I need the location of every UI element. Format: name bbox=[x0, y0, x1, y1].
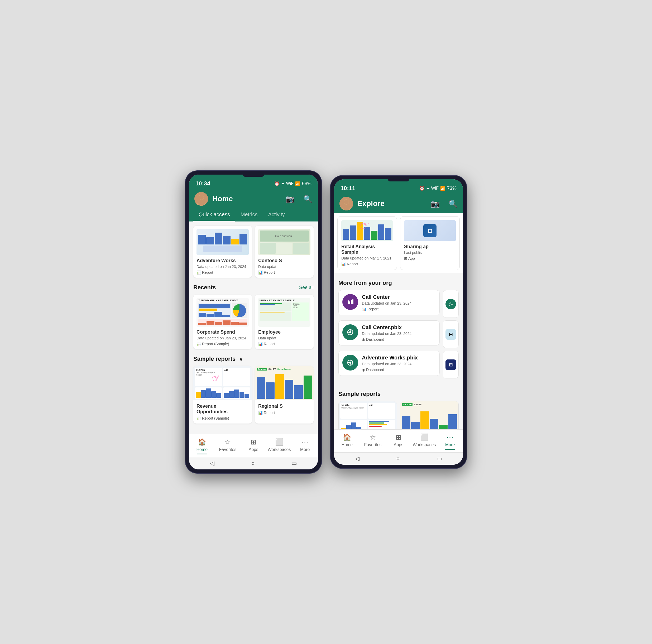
card-thumbnail-1 bbox=[196, 229, 249, 255]
sample-type-2: 📊 Report bbox=[258, 411, 310, 415]
card-thumbnail-2: Ask a question... bbox=[258, 229, 310, 255]
org-subtitle-3: Data updated on Jan 23, 2024 bbox=[362, 362, 436, 366]
camera-icon[interactable]: 📷 bbox=[286, 195, 295, 203]
dashboard-icon-org2: ◉ bbox=[362, 337, 365, 341]
explore-header: Explore 📷 🔍 bbox=[334, 194, 463, 213]
card-subtitle-2: Data updat bbox=[258, 264, 310, 269]
recent-subtitle-1: Data updated on Jan 23, 2024 bbox=[196, 336, 249, 340]
nav-favorites-label: Favorites bbox=[219, 447, 236, 452]
sys-home[interactable]: ○ bbox=[251, 460, 254, 467]
explore-nav-apps[interactable]: ⊞ Apps bbox=[386, 432, 411, 451]
sys-back[interactable]: ◁ bbox=[210, 460, 214, 467]
org-subtitle-2: Data updated on Jan 23, 2024 bbox=[362, 332, 436, 336]
org-card-info-1: Call Center Data updated on Jan 23, 2024… bbox=[362, 294, 436, 311]
home-bottom-nav: 🏠 Home ☆ Favorites ⊞ Apps ⬜ Workspaces ⋯… bbox=[189, 434, 318, 457]
dashboard-icon-org3: ◉ bbox=[362, 368, 365, 372]
report-icon-1: 📊 bbox=[196, 270, 201, 275]
org-card-partial-2[interactable]: ⊞ bbox=[443, 320, 459, 348]
org-card-info-2: Call Center.pbix Data updated on Jan 23,… bbox=[362, 325, 436, 341]
nav-home-indicator bbox=[197, 454, 207, 454]
explore-sample-header: Sample reports bbox=[338, 391, 459, 397]
recents-header: Recents See all bbox=[193, 284, 314, 291]
search-icon[interactable]: 🔍 bbox=[303, 195, 313, 203]
explore-sys-back[interactable]: ◁ bbox=[355, 455, 359, 462]
tab-activity[interactable]: Activity bbox=[263, 208, 290, 222]
signal-icon: 📶 bbox=[295, 181, 300, 186]
explore-search-icon[interactable]: 🔍 bbox=[449, 199, 458, 208]
explore-nav-favorites[interactable]: ☆ Favorites bbox=[360, 432, 386, 451]
org-card-2[interactable]: Call Center.pbix Data updated on Jan 23,… bbox=[338, 320, 440, 345]
explore-sample-card-2[interactable]: Contoso SALES bbox=[400, 401, 459, 429]
explore-featured-card-1[interactable]: ☞ Retail Analysis Sample Data updated on… bbox=[337, 216, 397, 270]
svg-rect-11 bbox=[352, 299, 353, 304]
recent-thumb-1: IT SPEND ANALYSIS SAMPLE PBIX bbox=[196, 298, 249, 327]
explore-featured-subtitle-2: Last publis bbox=[404, 251, 456, 255]
org-card-1[interactable]: Call Center Data updated on Jan 23, 2024… bbox=[338, 290, 440, 315]
nav-favorites[interactable]: ☆ Favorites bbox=[215, 437, 241, 456]
sample-card-2[interactable]: Contoso SALES Sales Overv... bbox=[255, 366, 314, 423]
svg-point-15 bbox=[349, 362, 351, 364]
org-icon-1 bbox=[342, 294, 358, 310]
explore-avatar[interactable] bbox=[339, 197, 353, 211]
recent-title-2: Employee bbox=[258, 329, 310, 335]
org-icon-3 bbox=[342, 355, 358, 370]
card-title-1: Adventure Works bbox=[196, 258, 249, 263]
wifi-icon: WiF bbox=[286, 181, 294, 186]
org-icon-2 bbox=[342, 325, 358, 340]
explore-sys-home[interactable]: ○ bbox=[396, 455, 400, 462]
home-content: Adventure Works Data updated on Jan 23, … bbox=[189, 222, 318, 434]
explore-camera-icon[interactable]: 📷 bbox=[431, 199, 440, 208]
org-card-info-3: Adventure Works.pbix Data updated on Jan… bbox=[362, 355, 436, 372]
explore-sample-card-1[interactable]: $1.97bn Opportunity Analysis Report 444 bbox=[338, 401, 397, 429]
quick-card-1[interactable]: Adventure Works Data updated on Jan 23, … bbox=[193, 226, 252, 278]
avatar[interactable] bbox=[194, 192, 208, 206]
recent-type-1: 📊 Report (Sample) bbox=[196, 342, 249, 346]
apps-icon: ⊞ bbox=[250, 438, 256, 446]
explore-sys-recent[interactable]: ▭ bbox=[436, 455, 442, 462]
see-all-recents[interactable]: See all bbox=[299, 285, 314, 290]
favorites-icon: ☆ bbox=[225, 438, 231, 446]
battery-indicator: 68% bbox=[302, 181, 311, 187]
more-icon: ⋯ bbox=[301, 438, 308, 446]
quick-card-2[interactable]: Ask a question... Contoso S Data updat 📊 bbox=[255, 226, 314, 278]
explore-home-icon: 🏠 bbox=[343, 433, 351, 442]
recent-card-1[interactable]: IT SPEND ANALYSIS SAMPLE PBIX bbox=[193, 295, 252, 349]
nav-workspaces[interactable]: ⬜ Workspaces bbox=[266, 437, 292, 456]
explore-signal-icon: 📶 bbox=[440, 186, 445, 191]
tab-quick-access[interactable]: Quick access bbox=[193, 208, 235, 222]
nav-more[interactable]: ⋯ More bbox=[292, 437, 318, 456]
explore-wifi-icon: WiF bbox=[431, 186, 439, 191]
svg-point-13 bbox=[349, 331, 351, 333]
explore-nav-home[interactable]: 🏠 Home bbox=[334, 432, 360, 451]
org-subtitle-1: Data updated on Jan 23, 2024 bbox=[362, 301, 436, 305]
tab-metrics[interactable]: Metrics bbox=[235, 208, 263, 222]
sample-info-2: Regional S 📊 Report bbox=[255, 400, 314, 418]
system-bar: ◁ ○ ▭ bbox=[189, 457, 318, 469]
org-card-partial-3[interactable]: ⊞ bbox=[443, 351, 459, 379]
org-title-2: Call Center.pbix bbox=[362, 325, 436, 331]
nav-apps[interactable]: ⊞ Apps bbox=[241, 437, 266, 456]
explore-nav-more[interactable]: ⋯ More bbox=[437, 432, 463, 451]
explore-featured-card-2[interactable]: ⊞ Sharing ap Last publis ⊞ App bbox=[400, 216, 460, 270]
explore-nav-favorites-label: Favorites bbox=[364, 443, 381, 447]
svg-point-3 bbox=[199, 195, 203, 200]
nav-apps-label: Apps bbox=[249, 447, 258, 452]
explore-bottom-nav: 🏠 Home ☆ Favorites ⊞ Apps ⬜ Workspaces ⋯… bbox=[334, 429, 463, 452]
alarm-icon: ⏰ bbox=[274, 181, 279, 186]
explore-alarm-icon: ⏰ bbox=[419, 186, 425, 191]
org-card-partial-1[interactable]: ◎ bbox=[443, 290, 459, 318]
sys-recent[interactable]: ▭ bbox=[292, 460, 297, 467]
sample-title-2: Regional S bbox=[258, 403, 310, 409]
nav-home[interactable]: 🏠 Home bbox=[189, 437, 215, 456]
report-icon-s1: 📊 bbox=[196, 416, 201, 420]
org-title-1: Call Center bbox=[362, 294, 436, 300]
sample-card-1[interactable]: $1.97bn Opportunity Analysis Report 444 bbox=[193, 366, 252, 423]
recent-card-2[interactable]: HUMAN RESOURCES SAMPLE bbox=[255, 295, 314, 349]
nav-workspaces-label: Workspaces bbox=[268, 447, 291, 452]
org-card-3[interactable]: Adventure Works.pbix Data updated on Jan… bbox=[338, 351, 440, 376]
explore-status-bar: 10:11 ⏰ ✦ WiF 📶 73% bbox=[334, 183, 463, 194]
explore-status-icons: ⏰ ✦ WiF 📶 73% bbox=[419, 186, 457, 191]
recent-type-2: 📊 Report bbox=[258, 342, 310, 346]
explore-nav-workspaces[interactable]: ⬜ Workspaces bbox=[411, 432, 437, 451]
explore-phone: 10:11 ⏰ ✦ WiF 📶 73% Explore 📷 bbox=[330, 175, 467, 469]
